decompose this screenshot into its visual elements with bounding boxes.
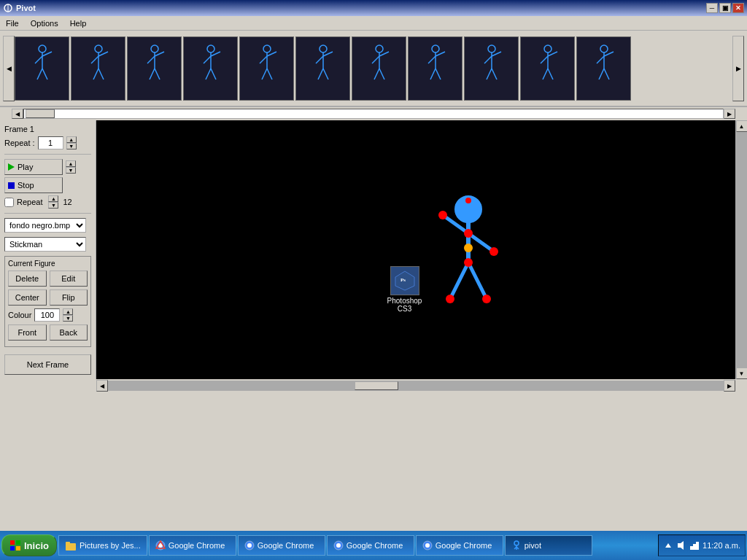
svg-line-60 bbox=[543, 69, 548, 79]
frame-thumb-7[interactable] bbox=[352, 36, 406, 101]
svg-line-61 bbox=[548, 69, 553, 79]
svg-line-6 bbox=[37, 69, 42, 79]
repeat-val-down[interactable]: ▼ bbox=[48, 202, 58, 209]
repeat-spin-down[interactable]: ▼ bbox=[66, 143, 77, 149]
speed-down[interactable]: ▼ bbox=[66, 167, 76, 174]
stop-button[interactable]: Stop bbox=[4, 177, 63, 193]
edit-button[interactable]: Edit bbox=[50, 271, 88, 287]
figure-dropdown[interactable]: Stickman bbox=[4, 237, 86, 252]
content-area: Frame 1 Repeat : ▲ ▼ Play ▲ ▼ bbox=[0, 120, 747, 379]
frame-thumb-9[interactable] bbox=[464, 36, 519, 101]
window-title: Pivot bbox=[16, 4, 36, 12]
next-frame-button[interactable]: Next Frame bbox=[4, 354, 91, 375]
svg-line-43 bbox=[379, 69, 384, 79]
repeat-input[interactable] bbox=[38, 136, 63, 149]
repeat-check-row: Repeat ▲ ▼ 12 bbox=[4, 195, 91, 209]
taskbar: Inicio Pictures by Jes... Google Chrome … bbox=[0, 531, 747, 560]
frame-thumb-6[interactable] bbox=[295, 36, 350, 101]
flip-button[interactable]: Flip bbox=[50, 289, 88, 306]
canvas-area: Ps PhotoshopCS3 bbox=[96, 120, 735, 379]
svg-rect-87 bbox=[16, 546, 20, 551]
frame-scroll-right[interactable]: ▶ bbox=[732, 36, 744, 101]
system-clock: 11:20 a.m. bbox=[703, 541, 740, 550]
frame-thumb-4[interactable] bbox=[183, 36, 238, 101]
taskbar-label-chrome2: Google Chrome bbox=[258, 541, 314, 550]
canvas-hscroll-track[interactable] bbox=[108, 381, 724, 391]
vscroll-up[interactable]: ▲ bbox=[736, 120, 748, 132]
taskbar-item-chrome2[interactable]: Google Chrome bbox=[238, 535, 325, 556]
tray-icon-network bbox=[689, 540, 700, 551]
taskbar-item-pictures[interactable]: Pictures by Jes... bbox=[58, 535, 147, 556]
title-bar-controls: ─ ▣ ✕ bbox=[706, 3, 744, 13]
svg-line-28 bbox=[260, 56, 267, 63]
canvas-hscroll-right[interactable]: ▶ bbox=[724, 380, 735, 392]
taskbar-label-chrome3: Google Chrome bbox=[347, 541, 403, 550]
svg-line-37 bbox=[323, 69, 328, 79]
menu-file[interactable]: File bbox=[3, 18, 22, 29]
menu-options[interactable]: Options bbox=[28, 18, 61, 29]
svg-line-58 bbox=[541, 56, 548, 63]
frame-thumb-5[interactable] bbox=[239, 36, 294, 101]
svg-marker-104 bbox=[681, 541, 684, 550]
title-bar-left: Pivot bbox=[3, 3, 36, 13]
speed-up[interactable]: ▲ bbox=[66, 160, 76, 167]
menu-help[interactable]: Help bbox=[67, 18, 90, 29]
photoshop-icon[interactable]: Ps PhotoshopCS3 bbox=[381, 266, 428, 313]
svg-rect-103 bbox=[678, 543, 681, 548]
title-bar: Pivot ─ ▣ ✕ bbox=[0, 0, 747, 16]
taskbar-item-chrome4[interactable]: Google Chrome bbox=[416, 535, 503, 556]
play-button[interactable]: Play bbox=[4, 159, 63, 175]
taskbar-item-chrome1[interactable]: Google Chrome bbox=[149, 535, 236, 556]
frame-scroll-left[interactable]: ◀ bbox=[3, 36, 15, 101]
colour-up[interactable]: ▲ bbox=[63, 308, 73, 315]
canvas-with-scrollbar: Ps PhotoshopCS3 bbox=[96, 120, 747, 379]
svg-line-31 bbox=[267, 69, 272, 79]
frame-thumb-3[interactable] bbox=[127, 36, 182, 101]
repeat-spin-up[interactable]: ▲ bbox=[66, 136, 77, 143]
repeat-row: Repeat : ▲ ▼ bbox=[4, 136, 91, 149]
vscroll-down[interactable]: ▼ bbox=[736, 368, 748, 379]
vscroll-track[interactable] bbox=[736, 132, 748, 368]
frame-scrollbar-thumb[interactable] bbox=[26, 109, 55, 118]
svg-line-4 bbox=[35, 56, 42, 63]
frame-thumb-11[interactable] bbox=[576, 36, 631, 101]
taskbar-item-pivot[interactable]: pivot bbox=[505, 535, 592, 556]
frame-hscroll-right[interactable]: ▶ bbox=[724, 109, 735, 119]
frame-thumb-10[interactable] bbox=[520, 36, 575, 101]
taskbar-label-chrome4: Google Chrome bbox=[436, 541, 492, 550]
start-button[interactable]: Inicio bbox=[1, 534, 57, 556]
svg-line-40 bbox=[372, 56, 379, 63]
left-panel: Frame 1 Repeat : ▲ ▼ Play ▲ ▼ bbox=[0, 120, 96, 379]
canvas-hscroll-left[interactable]: ◀ bbox=[96, 380, 108, 392]
stickman-figure[interactable] bbox=[425, 193, 512, 355]
close-button[interactable]: ✕ bbox=[732, 3, 744, 13]
taskbar-label-pivot: pivot bbox=[525, 541, 541, 550]
minimize-button[interactable]: ─ bbox=[706, 3, 718, 13]
taskbar-label-chrome1: Google Chrome bbox=[169, 541, 225, 550]
repeat-checkbox[interactable] bbox=[4, 198, 14, 207]
restore-button[interactable]: ▣ bbox=[719, 3, 731, 13]
svg-point-26 bbox=[263, 45, 271, 52]
frame-thumb-1[interactable] bbox=[15, 36, 69, 101]
repeat-spinner: ▲ ▼ bbox=[66, 136, 77, 149]
background-dropdown[interactable]: fondo negro.bmp bbox=[4, 218, 86, 233]
svg-line-66 bbox=[599, 69, 604, 79]
front-button[interactable]: Front bbox=[8, 324, 47, 341]
frame-thumb-8[interactable] bbox=[408, 36, 462, 101]
canvas-hscroll-thumb[interactable] bbox=[355, 381, 398, 390]
frame-thumb-2[interactable] bbox=[71, 36, 125, 101]
repeat-val-up[interactable]: ▲ bbox=[48, 195, 58, 202]
svg-point-76 bbox=[464, 229, 473, 238]
svg-line-16 bbox=[147, 56, 155, 63]
taskbar-item-chrome3[interactable]: Google Chrome bbox=[327, 535, 414, 556]
svg-text:Ps: Ps bbox=[400, 277, 406, 283]
colour-input[interactable] bbox=[34, 308, 60, 322]
delete-button[interactable]: Delete bbox=[8, 271, 47, 287]
frame-scrollbar[interactable] bbox=[23, 109, 724, 119]
center-button[interactable]: Center bbox=[8, 289, 47, 306]
frame-hscroll-left[interactable]: ◀ bbox=[12, 109, 23, 119]
svg-rect-106 bbox=[693, 544, 696, 550]
colour-down[interactable]: ▼ bbox=[63, 315, 73, 322]
svg-point-56 bbox=[544, 45, 551, 52]
back-button[interactable]: Back bbox=[50, 324, 88, 341]
